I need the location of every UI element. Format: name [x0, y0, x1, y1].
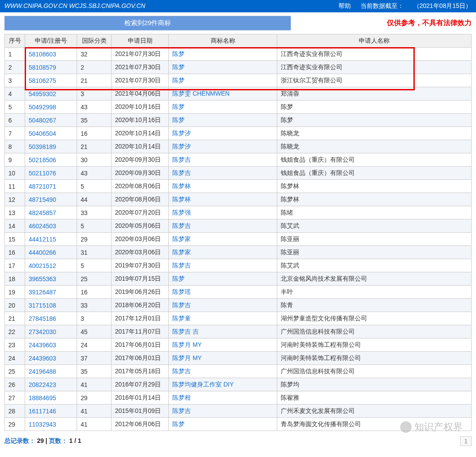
table-row[interactable]: 25810857922021年07月30日陈梦江西奇迹实业有限公司 — [5, 61, 472, 74]
cell-reg[interactable]: 50480267 — [25, 114, 77, 127]
cell-reg[interactable]: 50398189 — [25, 140, 77, 153]
table-row[interactable]: 2524196488352017年05月18日陈梦吉广州国浩信息科技有限公司 — [5, 365, 472, 378]
cell-reg[interactable]: 48245857 — [25, 206, 77, 219]
cell-reg[interactable]: 27342030 — [25, 325, 77, 338]
table-row[interactable]: 1050211076432020年09月30日陈梦吉钱姐食品（重庆）有限公司 — [5, 167, 472, 180]
cell-tmname[interactable]: 陈梦吉 — [169, 153, 277, 167]
cell-reg[interactable]: 58106275 — [25, 74, 77, 87]
cell-tmname[interactable]: 陈梦瑶 — [169, 286, 277, 299]
cell-reg[interactable]: 40021512 — [25, 259, 77, 272]
cell-reg[interactable]: 39655363 — [25, 272, 77, 286]
table-row[interactable]: 1544412115292020年03月06日陈梦家陈亚丽 — [5, 233, 472, 246]
cell-reg[interactable]: 31715108 — [25, 299, 77, 312]
table-row[interactable]: 45495930232021年04月06日陈梦雯 CHENMWEN郑清蓉 — [5, 87, 472, 100]
table-row[interactable]: 850398189212020年10月14日陈梦汐陈晓龙 — [5, 140, 472, 153]
cell-tmname[interactable]: 陈梦强 — [169, 206, 277, 219]
cell-tmname[interactable]: 陈梦雯 CHENMWEN — [169, 87, 277, 100]
cell-tmname[interactable]: 陈梦 — [169, 74, 277, 87]
cell-tmname[interactable]: 陈梦 — [169, 114, 277, 127]
cell-reg[interactable]: 39126487 — [25, 286, 77, 299]
table-row[interactable]: 550492998432020年10月16日陈梦陈梦 — [5, 100, 472, 114]
cell-tmname[interactable]: 陈梦 — [169, 61, 277, 74]
page-number-box[interactable]: 1 — [460, 436, 472, 446]
cell-reg[interactable]: 16117146 — [25, 405, 77, 418]
cell-reg[interactable]: 44400266 — [25, 246, 77, 259]
table-row[interactable]: 174002151252019年07月30日陈梦吉陈艾武 — [5, 259, 472, 272]
table-row[interactable]: 1839655363252019年07月15日陈梦北京金铭风尚技术发展有限公司 — [5, 272, 472, 286]
table-row[interactable]: 2620822423412016年07月29日陈梦均健身工作室 DIY陈梦均 — [5, 378, 472, 391]
table-row[interactable]: 358106275212021年07月30日陈梦浙江钛尔工贸有限公司 — [5, 74, 472, 87]
cell-tmname[interactable]: 陈梦柑 — [169, 391, 277, 405]
help-link[interactable]: 帮助 — [338, 2, 351, 9]
table-row[interactable]: 2031715108332018年06月20日陈梦吉陈青 — [5, 299, 472, 312]
table-row[interactable]: 1644400266312020年03月06日陈梦家陈亚丽 — [5, 246, 472, 259]
cell-reg[interactable]: 58108579 — [25, 61, 77, 74]
cell-reg[interactable]: 48721071 — [25, 180, 77, 193]
cell-tmname[interactable]: 陈梦汐 — [169, 127, 277, 140]
table-row[interactable]: 950218506302020年09月30日陈梦吉钱姐食品（重庆）有限公司 — [5, 153, 472, 167]
cell-reg[interactable]: 48715490 — [25, 193, 77, 206]
cell-reg[interactable]: 50492998 — [25, 100, 77, 114]
cell-reg[interactable]: 20822423 — [25, 378, 77, 391]
table-row[interactable]: 114872107152020年08月06日陈梦林陈梦林 — [5, 180, 472, 193]
table-row[interactable]: 2911032943412012年06月06日陈梦青岛梦海圆文化传播有限公司 — [5, 418, 472, 431]
cell-reg[interactable]: 54959302 — [25, 87, 77, 100]
table-row[interactable]: 2324439603242017年06月01日陈梦月 MY河南时美特装饰工程有限… — [5, 338, 472, 352]
cell-seq: 2 — [5, 61, 25, 74]
cell-cls: 29 — [77, 233, 112, 246]
cell-date: 2021年04月06日 — [112, 87, 169, 100]
cell-reg[interactable]: 11032943 — [25, 418, 77, 431]
table-row[interactable]: 750406504162020年10月14日陈梦汐陈晓龙 — [5, 127, 472, 140]
cell-tmname[interactable]: 陈梦 — [169, 48, 277, 61]
cell-tmname[interactable]: 陈梦吉 — [169, 299, 277, 312]
cell-tmname[interactable]: 陈梦家 — [169, 233, 277, 246]
cell-reg[interactable]: 58108603 — [25, 48, 77, 61]
cell-seq: 11 — [5, 180, 25, 193]
cell-tmname[interactable]: 陈梦 — [169, 100, 277, 114]
cell-seq: 20 — [5, 299, 25, 312]
cell-reg[interactable]: 46024503 — [25, 219, 77, 233]
cell-reg[interactable]: 50406504 — [25, 127, 77, 140]
cell-cls: 43 — [77, 167, 112, 180]
table-row[interactable]: 650480267352020年10月16日陈梦陈梦 — [5, 114, 472, 127]
cell-reg[interactable]: 44412115 — [25, 233, 77, 246]
cell-reg[interactable]: 50218506 — [25, 153, 77, 167]
table-row[interactable]: 1939126487162019年06月26日陈梦瑶丰叶 — [5, 286, 472, 299]
table-row[interactable]: 2227342030452017年11月07日陈梦吉 吉广州国浩信息科技有限公司 — [5, 325, 472, 338]
cell-tmname[interactable]: 陈梦月 MY — [169, 352, 277, 365]
table-row[interactable]: 1248715490442020年08月06日陈梦林陈梦林 — [5, 193, 472, 206]
table-row[interactable]: 158108603322021年07月30日陈梦江西奇迹实业有限公司 — [5, 48, 472, 61]
cell-tmname[interactable]: 陈梦童 — [169, 312, 277, 325]
cell-date: 2020年09月30日 — [112, 153, 169, 167]
cell-tmname[interactable]: 陈梦林 — [169, 193, 277, 206]
cell-reg[interactable]: 24439603 — [25, 352, 77, 365]
cell-tmname[interactable]: 陈梦 — [169, 272, 277, 286]
cell-seq: 28 — [5, 405, 25, 418]
cell-tmname[interactable]: 陈梦月 MY — [169, 338, 277, 352]
col-applicant: 申请人名称 — [277, 34, 472, 48]
table-row[interactable]: 2816117146412015年01月09日陈梦吉广州禾麦文化发展有限公司 — [5, 405, 472, 418]
cell-tmname[interactable]: 陈梦吉 — [169, 167, 277, 180]
cell-reg[interactable]: 50211076 — [25, 167, 77, 180]
cell-tmname[interactable]: 陈梦吉 — [169, 365, 277, 378]
cell-tmname[interactable]: 陈梦汐 — [169, 140, 277, 153]
cell-tmname[interactable]: 陈梦吉 — [169, 405, 277, 418]
table-row[interactable]: 2718884695292016年01月14日陈梦柑陈翟雅 — [5, 391, 472, 405]
cell-reg[interactable]: 24196488 — [25, 365, 77, 378]
cell-tmname[interactable]: 陈梦林 — [169, 180, 277, 193]
cell-tmname[interactable]: 陈梦吉 — [169, 259, 277, 272]
cell-reg[interactable]: 27845186 — [25, 312, 77, 325]
cell-tmname[interactable]: 陈梦家 — [169, 246, 277, 259]
cell-tmname[interactable]: 陈梦 — [169, 418, 277, 431]
cell-applicant: 北京金铭风尚技术发展有限公司 — [277, 272, 472, 286]
cell-reg[interactable]: 24439603 — [25, 338, 77, 352]
cell-tmname[interactable]: 陈梦吉 — [169, 219, 277, 233]
table-row[interactable]: 2424439603372017年06月01日陈梦月 MY河南时美特装饰工程有限… — [5, 352, 472, 365]
cell-reg[interactable]: 18884695 — [25, 391, 77, 405]
cell-seq: 25 — [5, 365, 25, 378]
table-row[interactable]: 144602450352020年05月06日陈梦吉陈艾武 — [5, 219, 472, 233]
cell-tmname[interactable]: 陈梦吉 吉 — [169, 325, 277, 338]
cell-tmname[interactable]: 陈梦均健身工作室 DIY — [169, 378, 277, 391]
table-row[interactable]: 1348245857332020年07月20日陈梦强陈绪 — [5, 206, 472, 219]
table-row[interactable]: 212784518632017年12月01日陈梦童湖州梦童造型文化传播有限公司 — [5, 312, 472, 325]
